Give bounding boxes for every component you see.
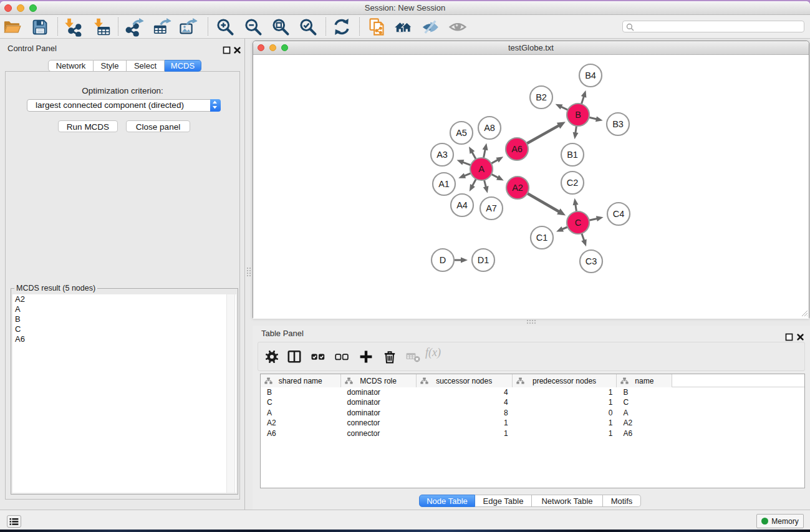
graph-node-A3[interactable]: A3: [431, 143, 453, 166]
delete-table-icon[interactable]: [403, 347, 422, 366]
table-options-icon[interactable]: [263, 347, 281, 366]
zoom-out-icon[interactable]: [243, 16, 264, 37]
import-table-icon[interactable]: [91, 16, 112, 37]
split-view-icon[interactable]: [285, 347, 304, 366]
zoom-selected-icon[interactable]: [297, 16, 319, 37]
tab-motifs[interactable]: Motifs: [603, 495, 641, 507]
tab-edge-table[interactable]: Edge Table: [475, 495, 532, 507]
table-row[interactable]: Cdominator41C: [261, 397, 804, 407]
graph-node-B1[interactable]: B1: [561, 143, 584, 166]
function-builder-icon[interactable]: f(x): [424, 347, 449, 366]
tab-network-table[interactable]: Network Table: [532, 495, 603, 507]
graph-node-B3[interactable]: B3: [607, 113, 629, 135]
tab-style[interactable]: Style: [94, 60, 127, 72]
table-row[interactable]: Bdominator41B: [261, 387, 804, 397]
table-cell[interactable]: A2: [617, 418, 672, 428]
refresh-view-icon[interactable]: [331, 16, 352, 37]
table-row[interactable]: A6connector11A6: [261, 428, 804, 438]
export-network-icon[interactable]: [123, 16, 145, 37]
table-cell[interactable]: dominator: [341, 387, 417, 397]
panel-menu-button[interactable]: [7, 515, 21, 528]
table-row[interactable]: A2connector11A2: [261, 418, 804, 428]
graph-node-C4[interactable]: C4: [607, 203, 630, 225]
mcds-result-item[interactable]: B: [12, 314, 236, 324]
table-cell[interactable]: A: [261, 408, 341, 418]
graph-node-A8[interactable]: A8: [478, 117, 501, 139]
graph-node-C3[interactable]: C3: [580, 250, 602, 273]
run-mcds-button[interactable]: Run MCDS: [58, 120, 118, 132]
add-column-icon[interactable]: [357, 347, 375, 366]
table-cell[interactable]: 8: [417, 408, 513, 418]
control-panel-float-icon[interactable]: [223, 46, 231, 54]
window-resize-grip[interactable]: [800, 309, 808, 317]
column-header-successor-nodes[interactable]: successor nodes: [417, 374, 513, 387]
search-input[interactable]: [635, 21, 801, 32]
table-cell[interactable]: 1: [513, 428, 617, 438]
graph-node-D1[interactable]: D1: [472, 249, 494, 271]
graph-node-B4[interactable]: B4: [579, 64, 602, 87]
export-image-icon[interactable]: [177, 16, 198, 37]
zoom-fit-icon[interactable]: [270, 16, 291, 37]
tab-mcds[interactable]: MCDS: [165, 60, 201, 72]
import-network-icon[interactable]: [62, 16, 83, 37]
table-cell[interactable]: C: [617, 397, 672, 407]
graph-node-A4[interactable]: A4: [451, 194, 473, 216]
export-table-icon[interactable]: [151, 16, 172, 37]
first-neighbors-icon[interactable]: [393, 16, 414, 37]
tab-network[interactable]: Network: [48, 60, 94, 72]
table-cell[interactable]: A2: [261, 418, 341, 428]
clone-network-icon[interactable]: [366, 16, 387, 37]
graph-node-B2[interactable]: B2: [530, 86, 552, 109]
graph-node-A1[interactable]: A1: [433, 173, 455, 195]
column-header-shared-name[interactable]: shared name: [261, 374, 341, 387]
tab-node-table[interactable]: Node Table: [419, 495, 475, 507]
table-row[interactable]: Adominator80A: [261, 408, 804, 418]
table-cell[interactable]: 0: [513, 408, 617, 418]
criterion-select[interactable]: largest connected component (directed): [27, 99, 221, 112]
close-panel-button[interactable]: Close panel: [126, 120, 190, 132]
table-cell[interactable]: A6: [617, 428, 672, 438]
result-list-scrollbar[interactable]: [226, 294, 235, 493]
table-cell[interactable]: 1: [513, 387, 617, 397]
mcds-result-list[interactable]: A2ABCA6: [12, 294, 236, 493]
table-cell[interactable]: B: [617, 387, 672, 397]
graph-node-C2[interactable]: C2: [561, 172, 584, 194]
graph-node-C[interactable]: C: [567, 211, 589, 234]
table-cell[interactable]: 4: [417, 387, 513, 397]
table-cell[interactable]: connector: [341, 428, 417, 438]
open-session-icon[interactable]: [1, 16, 22, 37]
graph-node-A7[interactable]: A7: [480, 197, 503, 220]
table-cell[interactable]: C: [261, 397, 341, 407]
memory-button[interactable]: Memory: [756, 514, 804, 528]
table-cell[interactable]: B: [261, 387, 341, 397]
column-header-name[interactable]: name: [617, 374, 672, 387]
mcds-result-item[interactable]: C: [12, 324, 236, 334]
horizontal-splitter-grip[interactable]: [527, 320, 536, 325]
table-cell[interactable]: A: [617, 408, 672, 418]
select-all-rows-icon[interactable]: [309, 347, 327, 366]
table-cell[interactable]: A6: [261, 428, 341, 438]
table-cell[interactable]: dominator: [341, 397, 417, 407]
show-all-icon[interactable]: [447, 16, 468, 37]
graph-node-A6[interactable]: A6: [506, 138, 528, 160]
mcds-result-item[interactable]: A6: [12, 334, 236, 344]
vertical-splitter-grip[interactable]: [247, 268, 252, 277]
table-cell[interactable]: 1: [513, 418, 617, 428]
graph-node-D[interactable]: D: [432, 249, 454, 271]
table-cell[interactable]: 4: [417, 397, 513, 407]
graph-node-A5[interactable]: A5: [450, 122, 473, 144]
mcds-result-item[interactable]: A2: [12, 294, 236, 304]
network-canvas[interactable]: B4B2BB3A5A8A6B1A3AA1C2A2A4A7C4CC1C3DD1: [253, 56, 809, 319]
mcds-result-item[interactable]: A: [12, 304, 236, 314]
table-cell[interactable]: 1: [417, 428, 513, 438]
table-panel-float-icon[interactable]: [785, 332, 793, 341]
control-panel-close-icon[interactable]: [233, 46, 241, 54]
table-panel-close-icon[interactable]: [796, 332, 804, 341]
table-cell[interactable]: 1: [513, 397, 617, 407]
table-cell[interactable]: connector: [341, 418, 417, 428]
table-cell[interactable]: 1: [417, 418, 513, 428]
hide-selected-icon[interactable]: [420, 16, 441, 37]
graph-node-C1[interactable]: C1: [531, 226, 553, 249]
graph-node-B[interactable]: B: [567, 104, 589, 126]
deselect-all-rows-icon[interactable]: [332, 347, 351, 366]
